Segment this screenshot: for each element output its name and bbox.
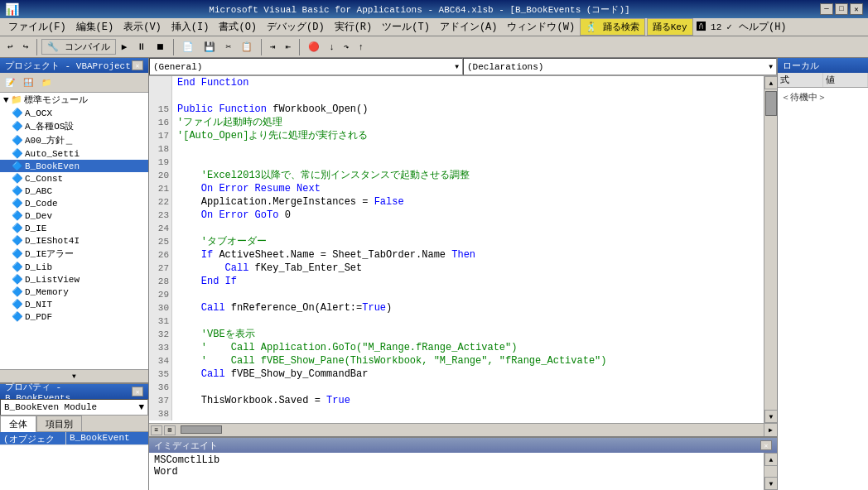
properties-list: (オブジェクト名) B_BookEvent: [0, 432, 148, 490]
menu-debug[interactable]: デバッグ(D): [262, 18, 330, 36]
step-into[interactable]: ↓: [325, 38, 339, 56]
view-code-icon[interactable]: ≡: [151, 425, 162, 435]
tree-d-dev[interactable]: 🔷 D_Dev: [0, 209, 148, 222]
menu-help[interactable]: ヘルプ(H): [734, 18, 792, 36]
tree-a-os[interactable]: 🔷 A_各種OS設: [0, 119, 148, 133]
line-content: End If: [172, 275, 237, 288]
tab-all[interactable]: 全体: [0, 416, 36, 432]
view-code-button[interactable]: 📝: [2, 75, 18, 90]
code-editor[interactable]: End Function 15 Public Function fWorkboo…: [149, 76, 764, 423]
tree-d-pdf[interactable]: 🔷 D_PDF: [0, 310, 148, 323]
menu-format[interactable]: 書式(O): [214, 18, 262, 36]
toolbar-redo[interactable]: ↪: [19, 38, 33, 56]
indent-button[interactable]: ⇥: [266, 38, 280, 56]
tree-d-iealert[interactable]: 🔷 D_IEアラー: [0, 247, 148, 261]
code-line-21: 21 On Error Resume Next: [149, 182, 764, 195]
properties-row-name[interactable]: (オブジェクト名) B_BookEvent: [0, 432, 148, 445]
code-line-33: 33 ' Call Application.GoTo("M_Range.fRan…: [149, 341, 764, 354]
view-buttons: ≡ ⊞: [149, 424, 177, 436]
code-line-26: 26 If ActiveSheet.Name = Sheet_TabOrder.…: [149, 248, 764, 262]
tree-d-abc[interactable]: 🔷 D_ABC: [0, 185, 148, 197]
declarations-dropdown[interactable]: (Declarations) ▼: [463, 58, 777, 75]
project-close-button[interactable]: ✕: [132, 60, 143, 70]
menu-edit[interactable]: 編集(E): [71, 18, 119, 36]
scroll-thumb[interactable]: [765, 91, 777, 116]
hscroll-thumb[interactable]: [181, 425, 222, 434]
general-dropdown[interactable]: (General) ▼: [149, 58, 463, 75]
toggle-folders-button[interactable]: 📁: [38, 75, 55, 90]
module-icon: 🔷: [12, 223, 23, 233]
hscrollbar[interactable]: [177, 424, 764, 436]
immediate-scroll-down[interactable]: ▼: [764, 477, 777, 490]
view-form-icon[interactable]: ⊞: [164, 425, 176, 435]
line-content: Call fnReference_On(Alert:=True): [172, 301, 392, 315]
immediate-scroll-up[interactable]: ▲: [764, 453, 777, 466]
line-content: [172, 315, 183, 328]
step-over[interactable]: ↷: [340, 38, 354, 56]
menu-check: ✓: [725, 20, 734, 34]
menu-view[interactable]: 表示(V): [118, 18, 166, 36]
tree-root[interactable]: ▼ 📁 標準モジュール: [0, 93, 148, 107]
tree-d-ieshot[interactable]: 🔷 D_IEShot4I: [0, 234, 148, 247]
line-content: '[Auto_Open]より先に処理が実行される: [172, 129, 368, 142]
menu-insert[interactable]: 挿入(I): [166, 18, 215, 36]
tree-a-ocx[interactable]: 🔷 A_OCX: [0, 107, 148, 119]
menu-window[interactable]: ウィンドウ(W): [502, 18, 580, 36]
tree-d-code[interactable]: 🔷 D_Code: [0, 197, 148, 209]
save-button[interactable]: 💾: [200, 38, 219, 56]
menu-search[interactable]: 🕺 踊る検索: [580, 18, 645, 36]
module-label: A00_方針＿: [25, 134, 74, 147]
immediate-content[interactable]: MSComctlLib Word: [149, 453, 764, 490]
tree-d-listview[interactable]: 🔷 D_ListView: [0, 273, 148, 286]
immediate-line-1: MSComctlLib: [154, 454, 759, 466]
tree-auto-setti[interactable]: 🔷 Auto_Setti: [0, 147, 148, 160]
tree-d-ie[interactable]: 🔷 D_IE: [0, 222, 148, 234]
new-button[interactable]: 📄: [178, 38, 198, 56]
menu-addin[interactable]: アドイン(A): [435, 18, 503, 36]
module-icon: 🔷: [12, 185, 23, 196]
copy-button[interactable]: 📋: [237, 38, 257, 56]
maximize-button[interactable]: □: [835, 3, 848, 15]
tree-b-bookevents[interactable]: 🔷 B_BookEven: [0, 160, 148, 172]
compile-button[interactable]: 🔧 コンパイル: [41, 39, 116, 55]
scroll-track[interactable]: [764, 89, 777, 410]
menu-run[interactable]: 実行(R): [330, 18, 378, 36]
immediate-scroll-track[interactable]: [764, 466, 777, 477]
minimize-button[interactable]: —: [820, 3, 833, 15]
run-button[interactable]: ▶: [118, 38, 132, 56]
step-out[interactable]: ↑: [354, 38, 369, 56]
module-icon: 🔷: [12, 286, 23, 297]
line-content: 'Excel2013以降で、常に別インスタンスで起動させる調整: [172, 169, 470, 182]
stop-button[interactable]: ⏹: [152, 38, 169, 56]
tree-a00[interactable]: 🔷 A00_方針＿: [0, 133, 148, 147]
close-button[interactable]: ✕: [850, 3, 863, 15]
line-num: 29: [149, 288, 172, 301]
tree-d-memory[interactable]: 🔷 D_Memory: [0, 286, 148, 298]
scroll-up-button[interactable]: ▲: [764, 76, 777, 89]
menu-tools[interactable]: ツール(T): [377, 18, 435, 36]
outdent-button[interactable]: ⇤: [282, 38, 296, 56]
menu-key[interactable]: 踊るKey: [647, 18, 693, 36]
cut-button[interactable]: ✂: [221, 38, 235, 56]
properties-dropdown[interactable]: B_BookEven Module ▼: [0, 399, 148, 416]
menu-file[interactable]: ファイル(F): [3, 18, 71, 36]
scroll-down-button[interactable]: ▼: [764, 410, 777, 423]
tab-items[interactable]: 項目別: [36, 416, 82, 431]
line-content: [172, 222, 183, 235]
code-vscrollbar[interactable]: ▲ ▼: [764, 76, 777, 423]
tree-d-nit[interactable]: 🔷 D_NIT: [0, 298, 148, 310]
pause-button[interactable]: ⏸: [133, 38, 150, 56]
properties-close-button[interactable]: ✕: [132, 387, 143, 396]
immediate-vscrollbar[interactable]: ▲ ▼: [764, 453, 777, 490]
hscroll-right-btn[interactable]: ▶: [764, 424, 777, 436]
immediate-close-button[interactable]: ✕: [760, 440, 772, 450]
view-object-button[interactable]: 🪟: [20, 75, 36, 90]
tree-d-lib[interactable]: 🔷 D_Lib: [0, 261, 148, 273]
tree-c-const[interactable]: 🔷 C_Const: [0, 172, 148, 185]
properties-panel: プロパティ - B_BookEvents ✕ B_BookEven Module…: [0, 382, 148, 490]
module-label: D_NIT: [25, 300, 52, 310]
breakpoint-button[interactable]: 🔴: [304, 38, 324, 56]
left-panel: プロジェクト - VBAProject ✕ 📝 🪟 📁 ▼ 📁 標準モジュール …: [0, 58, 149, 490]
project-tree[interactable]: ▼ 📁 標準モジュール 🔷 A_OCX 🔷 A_各種OS設 🔷 A00_方針＿: [0, 93, 148, 369]
toolbar-undo[interactable]: ↩: [3, 38, 17, 56]
